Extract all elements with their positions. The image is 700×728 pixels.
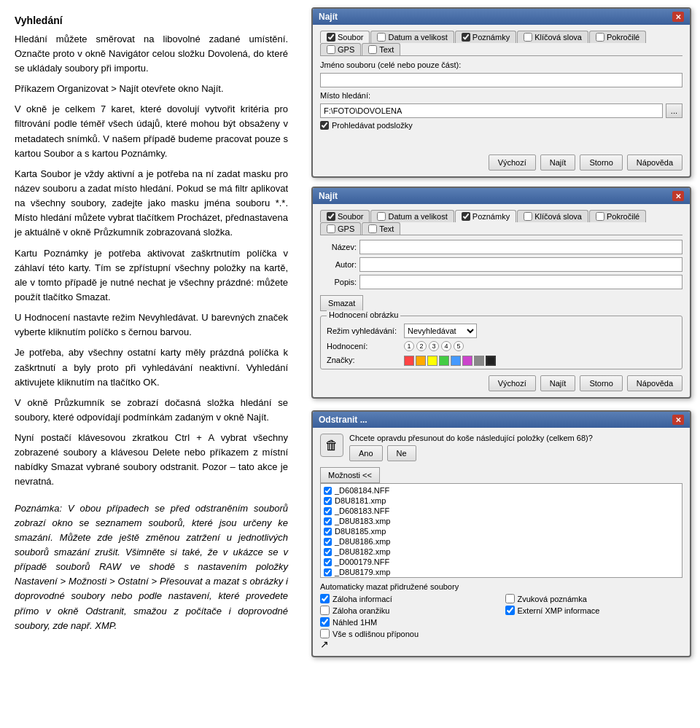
remove-no-btn[interactable]: Ne [387, 445, 416, 461]
file-checkbox-4[interactable] [324, 528, 332, 536]
find1-btn-výchozí[interactable]: Výchozí [489, 154, 536, 171]
find1-tab-poznámky[interactable]: Poznámky [455, 31, 516, 43]
find2-tab-checkbox-1[interactable] [377, 212, 386, 221]
find2-search-mode-select[interactable]: Nevyhledávat [404, 324, 477, 338]
find1-subfolder-checkbox[interactable] [320, 121, 329, 130]
rating-circle-3[interactable]: 3 [429, 341, 439, 351]
find2-tab-5[interactable]: GPS [320, 222, 361, 235]
rating-circle-4[interactable]: 4 [441, 341, 451, 351]
find2-search-mode-label: Režim vyhledávání: [327, 326, 400, 335]
file-name-6: _D8U8182.xmp [335, 547, 390, 556]
find2-tab-2[interactable]: Poznámky [455, 210, 516, 222]
find1-tab-checkbox-0[interactable] [327, 33, 335, 42]
find1-btn-storno[interactable]: Storno [580, 154, 622, 171]
find1-tab-soubor[interactable]: Soubor [320, 31, 370, 43]
rating-circle-5[interactable]: 5 [454, 341, 464, 351]
color-swatch-4[interactable] [451, 356, 461, 366]
file-checkbox-1[interactable] [324, 497, 332, 505]
find1-tabs: SouborDatum a velikostPoznámkyKlíčová sl… [320, 31, 682, 56]
find2-btn-najít[interactable]: Najít [540, 375, 576, 391]
color-swatch-7[interactable] [486, 356, 496, 366]
find2-tab-0[interactable]: Soubor [320, 210, 370, 222]
rating-circle-2[interactable]: 2 [416, 341, 427, 351]
find1-tab-label-1: Datum a velikost [388, 33, 447, 42]
remove-yes-btn[interactable]: Ano [349, 445, 383, 461]
color-swatch-0[interactable] [404, 356, 414, 366]
remove-options-btn[interactable]: Možnosti << [320, 467, 380, 483]
find1-filename-input[interactable] [320, 73, 682, 87]
left-paragraph: Nyní postačí klávesovou zkratkou Ctrl + … [15, 431, 288, 490]
find2-tab-1[interactable]: Datum a velikost [370, 210, 454, 222]
remove-option-2: Záloha oranžiku [320, 606, 498, 615]
find2-delete-btn[interactable]: Smazat [320, 295, 363, 311]
color-swatch-2[interactable] [427, 356, 438, 366]
find1-tab-checkbox-2[interactable] [462, 33, 470, 42]
remove-extra-label: Vše s odlišnou příponou [332, 630, 419, 638]
remove-cursor-area: ↗ [320, 638, 682, 650]
find1-tab-checkbox-1[interactable] [377, 33, 386, 42]
file-checkbox-7[interactable] [324, 558, 332, 566]
find1-browse-btn[interactable]: ... [666, 103, 682, 118]
find1-tab-klíčová_slova[interactable]: Klíčová slova [517, 31, 588, 43]
remove-dialog-close[interactable]: ✕ [672, 415, 684, 425]
find1-btn-najít[interactable]: Najít [540, 154, 576, 171]
find1-path-input[interactable] [320, 103, 663, 118]
remove-option-checkbox-1[interactable] [505, 594, 515, 603]
find1-tab-checkbox-5[interactable] [327, 45, 335, 54]
file-checkbox-8[interactable] [324, 568, 332, 576]
color-swatch-3[interactable] [439, 356, 449, 366]
find1-cursor-area [320, 134, 682, 149]
find1-tab-checkbox-4[interactable] [596, 33, 604, 42]
file-checkbox-0[interactable] [324, 487, 332, 495]
find1-tab-text[interactable]: Text [362, 43, 400, 55]
find2-btn-výchozí[interactable]: Výchozí [489, 375, 536, 391]
find-dialog-1-close[interactable]: ✕ [672, 12, 684, 22]
find-dialog-1-titlebar: Najít ✕ [313, 9, 690, 25]
remove-file-list[interactable]: _D608184.NFFD8U8181.xmp_D608183.NFF_D8U8… [320, 483, 682, 578]
find2-btn-storno[interactable]: Storno [580, 375, 622, 391]
left-paragraph: Hledání můžete směrovat na libovolné zad… [15, 32, 288, 76]
find2-tab-checkbox-0[interactable] [327, 212, 335, 221]
find1-tab-datum_a_velikost[interactable]: Datum a velikost [370, 31, 454, 43]
file-item-5: _D8U8186.xmp [322, 536, 680, 547]
remove-question: Chcete opravdu přesunout do koše následu… [349, 434, 682, 442]
file-checkbox-3[interactable] [324, 517, 332, 525]
find2-tab-checkbox-4[interactable] [596, 212, 604, 221]
find2-tab-checkbox-5[interactable] [327, 224, 335, 233]
find2-field-input-0[interactable] [359, 240, 682, 254]
find2-tab-checkbox-3[interactable] [524, 212, 532, 221]
find2-field-input-2[interactable] [359, 275, 682, 289]
remove-option-label-2: Záloha oranžiku [332, 606, 389, 615]
file-name-1: D8U8181.xmp [335, 496, 386, 505]
find1-tab-label-3: Klíčová slova [534, 33, 582, 42]
color-swatch-1[interactable] [416, 356, 426, 366]
left-paragraph: Je potřeba, aby všechny ostatní karty mě… [15, 345, 288, 389]
find1-tab-checkbox-6[interactable] [368, 45, 377, 54]
remove-option-checkbox-4[interactable] [320, 617, 330, 627]
find2-tab-checkbox-2[interactable] [462, 212, 470, 221]
find2-tab-4[interactable]: Pokročilé [589, 210, 646, 222]
file-item-3: _D8U8183.xmp [322, 516, 680, 526]
color-swatch-6[interactable] [474, 356, 484, 366]
find2-tab-checkbox-6[interactable] [368, 224, 377, 233]
remove-extra-checkbox[interactable] [320, 629, 330, 638]
find1-btn-nápověda[interactable]: Nápověda [627, 154, 682, 171]
color-swatch-5[interactable] [462, 356, 472, 366]
find1-tab-checkbox-3[interactable] [524, 33, 532, 42]
file-checkbox-5[interactable] [324, 538, 332, 546]
find2-tab-6[interactable]: Text [362, 222, 400, 235]
file-checkbox-2[interactable] [324, 507, 332, 515]
find2-rating-groupbox: Hodnocení obrázku Režim vyhledávání: Nev… [320, 316, 682, 369]
rating-circle-1[interactable]: 1 [404, 341, 414, 351]
remove-option-checkbox-2[interactable] [320, 606, 330, 615]
find2-tab-3[interactable]: Klíčová slova [517, 210, 588, 222]
find2-field-input-1[interactable] [359, 257, 682, 272]
find-dialog-2-close[interactable]: ✕ [672, 191, 684, 201]
find1-tab-gps[interactable]: GPS [320, 43, 361, 55]
find2-btn-nápověda[interactable]: Nápověda [627, 375, 682, 391]
remove-option-checkbox-3[interactable] [505, 606, 515, 615]
remove-option-checkbox-0[interactable] [320, 594, 330, 603]
find1-tab-pokročilé[interactable]: Pokročilé [589, 31, 646, 43]
file-checkbox-6[interactable] [324, 548, 332, 556]
remove-option-0: Záloha informací [320, 594, 498, 603]
